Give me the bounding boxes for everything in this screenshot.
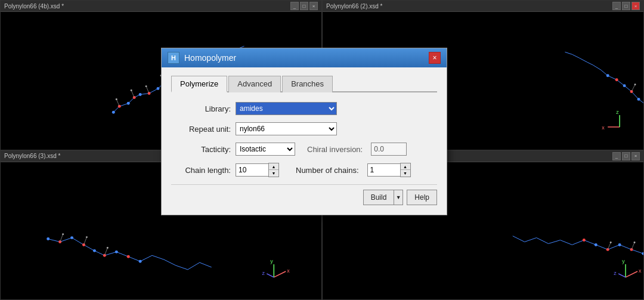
viewport-1-title: Polynylon66 (4b).xsd * _ □ × bbox=[1, 1, 321, 12]
maximize-btn-1[interactable]: □ bbox=[300, 2, 308, 10]
svg-line-54 bbox=[104, 248, 107, 255]
svg-point-43 bbox=[70, 236, 73, 239]
svg-point-51 bbox=[62, 233, 64, 235]
svg-point-36 bbox=[634, 83, 636, 85]
minimize-btn-4[interactable]: _ bbox=[612, 152, 621, 160]
num-chains-up[interactable]: ▲ bbox=[401, 163, 410, 170]
dialog-title: Homopolymer bbox=[184, 53, 424, 63]
svg-text:x: x bbox=[602, 125, 605, 131]
svg-line-14 bbox=[146, 86, 149, 94]
svg-point-13 bbox=[131, 89, 132, 91]
svg-point-27 bbox=[630, 90, 633, 93]
tab-polymerize[interactable]: Polymerize bbox=[171, 76, 227, 92]
build-dropdown-arrow[interactable]: ▼ bbox=[394, 190, 403, 205]
svg-point-53 bbox=[86, 236, 88, 238]
tab-bar: Polymerize Advanced Branches bbox=[171, 75, 437, 92]
chiral-inversion-input[interactable] bbox=[371, 143, 407, 156]
svg-point-41 bbox=[47, 237, 49, 240]
viewport-3-label: Polynylon66 (3).xsd * bbox=[4, 153, 61, 159]
svg-point-55 bbox=[107, 246, 109, 248]
build-button-group: Build ▼ bbox=[363, 190, 404, 205]
close-btn-4[interactable]: × bbox=[631, 152, 640, 160]
chain-length-row: Chain length: ▲ ▼ Number of chains: ▲ ▼ bbox=[171, 163, 437, 177]
repeat-unit-select[interactable]: nylon66 nylon6 nylon12 bbox=[236, 122, 337, 135]
chain-length-input[interactable] bbox=[236, 163, 268, 177]
svg-point-47 bbox=[115, 250, 118, 253]
svg-line-52 bbox=[83, 237, 86, 245]
svg-point-45 bbox=[93, 249, 96, 252]
chain-length-down[interactable]: ▼ bbox=[269, 170, 278, 177]
svg-point-49 bbox=[139, 259, 142, 262]
svg-line-10 bbox=[116, 99, 119, 106]
tab-branches[interactable]: Branches bbox=[282, 76, 333, 92]
library-control: amides polyesters polyolefins acrylics bbox=[236, 102, 337, 115]
chain-length-label: Chain length: bbox=[171, 166, 231, 175]
tacticity-select[interactable]: Isotactic Syndiotactic Atactic bbox=[236, 143, 295, 156]
repeat-unit-row: Repeat unit: nylon66 nylon6 nylon12 bbox=[171, 122, 437, 135]
close-btn-1[interactable]: × bbox=[309, 2, 318, 10]
svg-line-76 bbox=[626, 271, 637, 277]
dialog-icon: H bbox=[168, 52, 179, 64]
svg-line-60 bbox=[267, 273, 274, 277]
minimize-btn-2[interactable]: _ bbox=[612, 2, 621, 10]
svg-text:x: x bbox=[287, 267, 290, 273]
num-chains-down[interactable]: ▼ bbox=[401, 170, 410, 177]
num-chains-spinner: ▲ ▼ bbox=[367, 163, 411, 177]
viewport-2-label: Polynylon66 (2).xsd * bbox=[326, 3, 383, 10]
dialog-titlebar: H Homopolymer × bbox=[162, 48, 447, 67]
svg-point-44 bbox=[82, 243, 85, 246]
num-chains-label: Number of chains: bbox=[296, 166, 359, 175]
svg-point-73 bbox=[634, 242, 636, 243]
svg-point-30 bbox=[606, 74, 609, 77]
library-select[interactable]: amides polyesters polyolefins acrylics bbox=[236, 102, 337, 115]
svg-point-6 bbox=[157, 87, 160, 90]
library-row: Library: amides polyesters polyolefins a… bbox=[171, 102, 437, 115]
viewport-1-label: Polynylon66 (4b).xsd * bbox=[4, 3, 64, 10]
build-button[interactable]: Build bbox=[363, 190, 394, 205]
svg-text:z: z bbox=[614, 270, 617, 276]
svg-line-56 bbox=[274, 271, 286, 277]
svg-line-12 bbox=[131, 91, 134, 98]
svg-point-75 bbox=[610, 242, 612, 243]
maximize-btn-2[interactable]: □ bbox=[622, 2, 630, 10]
help-button[interactable]: Help bbox=[407, 190, 437, 205]
svg-text:x: x bbox=[639, 267, 642, 273]
svg-point-69 bbox=[583, 239, 586, 242]
svg-point-48 bbox=[127, 255, 130, 258]
svg-point-29 bbox=[615, 78, 618, 81]
svg-text:z: z bbox=[262, 270, 265, 276]
svg-point-2 bbox=[127, 102, 130, 105]
close-button[interactable]: × bbox=[429, 52, 441, 64]
viewport-2-title: Polynylon66 (2).xsd * _ □ × bbox=[323, 1, 643, 12]
svg-point-67 bbox=[606, 248, 609, 250]
tacticity-row: Tacticity: Isotactic Syndiotactic Atacti… bbox=[171, 143, 437, 156]
svg-point-65 bbox=[630, 248, 633, 250]
maximize-btn-4[interactable]: □ bbox=[622, 152, 630, 160]
chain-length-up[interactable]: ▲ bbox=[269, 163, 278, 170]
svg-line-35 bbox=[631, 85, 635, 92]
tab-advanced[interactable]: Advanced bbox=[228, 76, 281, 92]
repeat-unit-control: nylon66 nylon6 nylon12 bbox=[236, 122, 337, 135]
svg-point-28 bbox=[623, 84, 626, 87]
svg-point-66 bbox=[618, 243, 621, 246]
close-btn-2[interactable]: × bbox=[631, 2, 640, 10]
svg-text:z: z bbox=[616, 109, 619, 115]
homopolymer-dialog[interactable]: H Homopolymer × Polymerize Advanced Bran… bbox=[161, 48, 447, 215]
svg-text:y: y bbox=[622, 258, 625, 264]
minimize-btn-1[interactable]: _ bbox=[290, 2, 299, 10]
svg-point-68 bbox=[595, 243, 597, 246]
library-label: Library: bbox=[171, 104, 231, 113]
svg-line-72 bbox=[631, 242, 634, 249]
button-row: Build ▼ Help bbox=[171, 184, 437, 205]
tacticity-label: Tacticity: bbox=[171, 145, 231, 154]
num-chains-input[interactable] bbox=[367, 163, 400, 177]
svg-point-0 bbox=[112, 111, 115, 114]
svg-point-26 bbox=[637, 98, 640, 101]
svg-point-15 bbox=[145, 85, 147, 87]
svg-line-80 bbox=[618, 273, 626, 277]
repeat-unit-label: Repeat unit: bbox=[171, 125, 231, 134]
svg-point-4 bbox=[139, 93, 142, 96]
svg-point-64 bbox=[642, 252, 643, 255]
chain-length-spinner: ▲ ▼ bbox=[236, 163, 279, 177]
svg-point-11 bbox=[116, 98, 117, 100]
